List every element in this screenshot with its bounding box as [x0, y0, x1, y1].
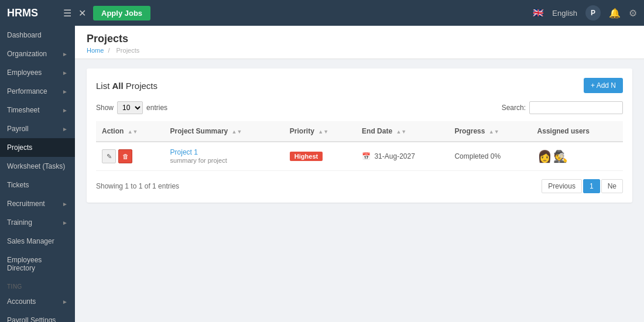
card-title-prefix: List [96, 81, 112, 91]
card-title-bold: All [112, 81, 124, 91]
main-content: Projects Home / Projects List All Projec… [75, 0, 644, 322]
col-summary: Project Summary ▲▼ [165, 121, 284, 142]
chevron-icon: ► [62, 126, 68, 132]
sidebar-item-organization[interactable]: Organization ► [0, 44, 75, 63]
table-controls: Show 10 25 50 entries Search: [96, 101, 623, 114]
sidebar-label-tickets: Tickets [7, 181, 29, 189]
hamburger-icon[interactable]: ☰ [63, 8, 71, 19]
sidebar-label-timesheet: Timesheet [7, 106, 40, 114]
close-icon[interactable]: ✕ [78, 8, 86, 19]
sidebar-item-accounts[interactable]: Accounts ► [0, 292, 75, 311]
sidebar-item-timesheet[interactable]: Timesheet ► [0, 101, 75, 119]
language-label[interactable]: English [552, 9, 577, 18]
breadcrumb-current: Projects [117, 47, 140, 54]
profile-icon[interactable]: P [585, 5, 601, 20]
app-logo: HRMS [7, 7, 54, 19]
card-header: List All Projects + Add N [96, 78, 623, 93]
accounting-section-label: TING [0, 278, 75, 292]
breadcrumb: Home / Projects [87, 47, 632, 54]
chevron-icon: ► [62, 201, 68, 207]
col-action: Action ▲▼ [96, 121, 165, 142]
sidebar-label-payroll: Payroll [7, 125, 29, 133]
sidebar-label-training: Training [7, 218, 32, 227]
add-new-button[interactable]: + Add N [584, 78, 623, 93]
sidebar-item-payroll-settings[interactable]: Payroll Settings [0, 311, 75, 322]
cell-priority: Highest [284, 142, 356, 171]
sort-arrows-priority: ▲▼ [318, 129, 328, 135]
sidebar-item-projects[interactable]: Projects [0, 138, 75, 157]
table-header: Action ▲▼ Project Summary ▲▼ Priority ▲▼ [96, 121, 623, 142]
edit-button[interactable]: ✎ [102, 149, 116, 163]
priority-badge: Highest [290, 152, 323, 161]
entries-select[interactable]: 10 25 50 [117, 101, 143, 114]
card-title-suffix: Projects [124, 81, 157, 91]
sidebar-item-employees-directory[interactable]: Employees Directory [0, 251, 75, 278]
chevron-icon: ► [62, 88, 68, 95]
project-name-link[interactable]: Project 1 [170, 148, 278, 156]
page-title: Projects [87, 33, 632, 45]
next-page-button[interactable]: Ne [601, 179, 623, 193]
sort-arrows-summary: ▲▼ [232, 129, 242, 135]
end-date-value: 📅 31-Aug-2027 [362, 152, 415, 160]
sidebar-item-employees[interactable]: Employees ► [0, 63, 75, 82]
col-assigned-users: Assigned users [532, 121, 623, 142]
progress-value: Completed 0% [454, 152, 501, 160]
sidebar-label-employees-directory: Employees Directory [7, 256, 68, 272]
breadcrumb-home[interactable]: Home [87, 47, 104, 54]
col-priority: Priority ▲▼ [284, 121, 356, 142]
nav-icons: ☰ ✕ Apply Jobs [63, 6, 150, 20]
sidebar-item-tickets[interactable]: Tickets [0, 176, 75, 194]
project-summary-text: summary for project [170, 157, 227, 164]
top-navbar: HRMS ☰ ✕ Apply Jobs 🇬🇧 English P 🔔 ⚙ [0, 0, 644, 26]
table-header-row: Action ▲▼ Project Summary ▲▼ Priority ▲▼ [96, 121, 623, 142]
bell-icon[interactable]: 🔔 [609, 8, 621, 19]
chevron-icon: ► [62, 51, 68, 57]
search-box: Search: [502, 101, 623, 114]
sidebar-item-recruitment[interactable]: Recruitment ► [0, 194, 75, 213]
cell-progress: Completed 0% [448, 142, 531, 171]
sidebar-label-dashboard: Dashboard [7, 31, 42, 39]
previous-page-button[interactable]: Previous [542, 179, 582, 193]
sidebar-label-organization: Organization [7, 50, 47, 58]
sidebar-item-performance[interactable]: Performance ► [0, 82, 75, 101]
flag-icon: 🇬🇧 [533, 8, 544, 18]
sidebar-label-employees: Employees [7, 68, 42, 77]
calendar-icon: 📅 [362, 152, 371, 160]
table-row: ✎ 🗑 Project 1 summary for project Highes… [96, 142, 623, 171]
card-title: List All Projects [96, 81, 157, 91]
chevron-icon: ► [62, 299, 68, 305]
sidebar-item-payroll[interactable]: Payroll ► [0, 119, 75, 138]
entries-label: entries [146, 104, 167, 112]
projects-card: List All Projects + Add N Show 10 25 50 … [87, 68, 632, 203]
show-label: Show [96, 104, 114, 112]
chevron-icon: ► [62, 107, 68, 114]
search-input[interactable] [529, 101, 623, 114]
sidebar-item-worksheet[interactable]: Worksheet (Tasks) [0, 157, 75, 176]
apply-jobs-button[interactable]: Apply Jobs [93, 6, 150, 20]
cell-action: ✎ 🗑 [96, 142, 165, 171]
pagination: Previous 1 Ne [542, 179, 623, 193]
content-area: List All Projects + Add N Show 10 25 50 … [75, 59, 644, 212]
sidebar-item-dashboard[interactable]: Dashboard [0, 26, 75, 44]
delete-button[interactable]: 🗑 [118, 149, 132, 163]
sidebar-item-sales-manager[interactable]: Sales Manager [0, 232, 75, 251]
showing-entries-text: Showing 1 to 1 of 1 entries [96, 182, 179, 190]
end-date-text: 31-Aug-2027 [374, 152, 415, 160]
page-header: Projects Home / Projects [75, 26, 644, 59]
gear-icon[interactable]: ⚙ [629, 8, 637, 19]
cell-end-date: 📅 31-Aug-2027 [356, 142, 448, 171]
table-body: ✎ 🗑 Project 1 summary for project Highes… [96, 142, 623, 171]
projects-table: Action ▲▼ Project Summary ▲▼ Priority ▲▼ [96, 121, 623, 171]
chevron-icon: ► [62, 220, 68, 226]
sort-arrows-action: ▲▼ [128, 129, 138, 135]
sidebar-label-sales-manager: Sales Manager [7, 237, 54, 245]
sidebar-item-training[interactable]: Training ► [0, 213, 75, 232]
sidebar-label-recruitment: Recruitment [7, 200, 45, 208]
top-nav-right: 🇬🇧 English P 🔔 ⚙ [533, 5, 637, 20]
page-1-button[interactable]: 1 [583, 179, 600, 193]
cell-assigned-users: 👩 🕵️ [532, 142, 623, 171]
show-entries: Show 10 25 50 entries [96, 101, 167, 114]
sort-arrows-end-date: ▲▼ [396, 129, 406, 135]
sidebar: Dashboard Organization ► Employees ► Per… [0, 0, 75, 322]
search-label: Search: [502, 104, 526, 112]
